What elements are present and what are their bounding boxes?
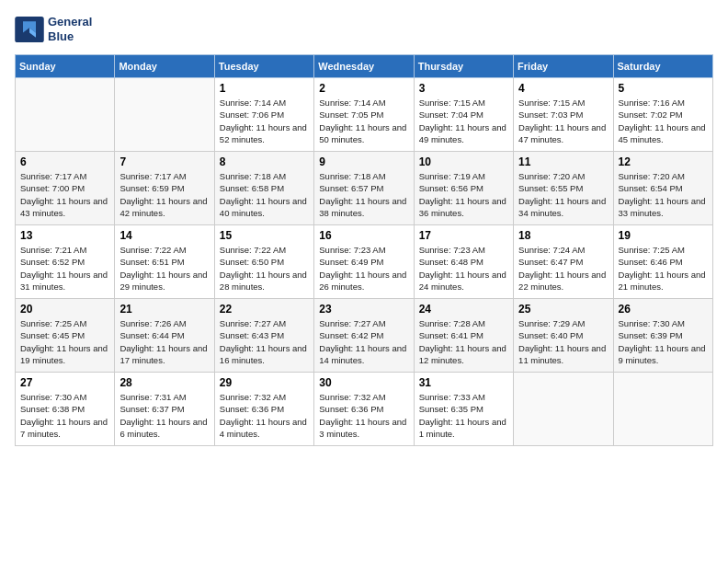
calendar-table: SundayMondayTuesdayWednesdayThursdayFrid… [15, 54, 713, 446]
calendar-week-row: 6Sunrise: 7:17 AM Sunset: 7:00 PM Daylig… [16, 152, 713, 225]
calendar-cell: 9Sunrise: 7:18 AM Sunset: 6:57 PM Daylig… [314, 152, 414, 225]
day-info: Sunrise: 7:25 AM Sunset: 6:45 PM Dayligh… [20, 317, 109, 366]
calendar-cell [613, 373, 712, 446]
day-number: 23 [319, 303, 408, 316]
day-number: 2 [319, 82, 408, 95]
calendar-cell [16, 78, 115, 152]
calendar-cell: 31Sunrise: 7:33 AM Sunset: 6:35 PM Dayli… [414, 373, 513, 446]
day-info: Sunrise: 7:30 AM Sunset: 6:39 PM Dayligh… [619, 317, 708, 366]
calendar-cell: 27Sunrise: 7:30 AM Sunset: 6:38 PM Dayli… [16, 373, 115, 446]
day-number: 3 [419, 82, 508, 95]
day-info: Sunrise: 7:17 AM Sunset: 7:00 PM Dayligh… [20, 170, 109, 219]
day-info: Sunrise: 7:31 AM Sunset: 6:37 PM Dayligh… [119, 391, 209, 440]
day-info: Sunrise: 7:17 AM Sunset: 6:59 PM Dayligh… [119, 170, 209, 219]
day-number: 27 [20, 376, 109, 389]
calendar-cell: 23Sunrise: 7:27 AM Sunset: 6:42 PM Dayli… [314, 299, 414, 373]
calendar-cell: 14Sunrise: 7:22 AM Sunset: 6:51 PM Dayli… [115, 225, 214, 299]
day-info: Sunrise: 7:25 AM Sunset: 6:46 PM Dayligh… [619, 244, 708, 293]
calendar-day-header: Monday [115, 55, 214, 78]
calendar-day-header: Wednesday [314, 55, 414, 78]
day-info: Sunrise: 7:16 AM Sunset: 7:02 PM Dayligh… [619, 97, 708, 145]
calendar-cell: 7Sunrise: 7:17 AM Sunset: 6:59 PM Daylig… [115, 152, 214, 225]
day-info: Sunrise: 7:23 AM Sunset: 6:49 PM Dayligh… [319, 244, 408, 293]
day-number: 9 [319, 155, 408, 168]
calendar-header-row: SundayMondayTuesdayWednesdayThursdayFrid… [16, 55, 713, 78]
calendar-cell: 16Sunrise: 7:23 AM Sunset: 6:49 PM Dayli… [314, 225, 414, 299]
calendar-cell: 4Sunrise: 7:15 AM Sunset: 7:03 PM Daylig… [514, 78, 613, 152]
day-number: 21 [119, 303, 209, 316]
day-info: Sunrise: 7:23 AM Sunset: 6:48 PM Dayligh… [419, 244, 508, 293]
day-info: Sunrise: 7:26 AM Sunset: 6:44 PM Dayligh… [119, 317, 209, 366]
calendar-cell [514, 373, 613, 446]
calendar-cell: 22Sunrise: 7:27 AM Sunset: 6:43 PM Dayli… [214, 299, 313, 373]
calendar-day-header: Friday [514, 55, 613, 78]
day-info: Sunrise: 7:18 AM Sunset: 6:58 PM Dayligh… [220, 170, 309, 219]
day-number: 30 [319, 376, 408, 389]
day-number: 16 [319, 229, 408, 242]
day-number: 5 [619, 82, 708, 95]
day-number: 13 [20, 229, 109, 242]
calendar-cell: 3Sunrise: 7:15 AM Sunset: 7:04 PM Daylig… [414, 78, 513, 152]
calendar-week-row: 1Sunrise: 7:14 AM Sunset: 7:06 PM Daylig… [16, 78, 713, 152]
logo-text: General Blue [48, 15, 92, 43]
calendar-cell: 19Sunrise: 7:25 AM Sunset: 6:46 PM Dayli… [613, 225, 712, 299]
day-number: 29 [220, 376, 309, 389]
day-info: Sunrise: 7:32 AM Sunset: 6:36 PM Dayligh… [220, 391, 309, 440]
day-info: Sunrise: 7:27 AM Sunset: 6:43 PM Dayligh… [220, 317, 309, 366]
calendar-day-header: Sunday [16, 55, 115, 78]
calendar-cell: 1Sunrise: 7:14 AM Sunset: 7:06 PM Daylig… [214, 78, 313, 152]
calendar-cell: 18Sunrise: 7:24 AM Sunset: 6:47 PM Dayli… [514, 225, 613, 299]
day-number: 1 [220, 82, 309, 95]
page-header: General Blue [15, 15, 713, 43]
calendar-day-header: Thursday [414, 55, 513, 78]
day-number: 14 [119, 229, 209, 242]
day-info: Sunrise: 7:29 AM Sunset: 6:40 PM Dayligh… [518, 317, 608, 366]
calendar-cell: 17Sunrise: 7:23 AM Sunset: 6:48 PM Dayli… [414, 225, 513, 299]
calendar-cell: 10Sunrise: 7:19 AM Sunset: 6:56 PM Dayli… [414, 152, 513, 225]
calendar-cell: 24Sunrise: 7:28 AM Sunset: 6:41 PM Dayli… [414, 299, 513, 373]
day-info: Sunrise: 7:33 AM Sunset: 6:35 PM Dayligh… [419, 391, 508, 440]
day-number: 31 [419, 376, 508, 389]
calendar-week-row: 20Sunrise: 7:25 AM Sunset: 6:45 PM Dayli… [16, 299, 713, 373]
day-info: Sunrise: 7:27 AM Sunset: 6:42 PM Dayligh… [319, 317, 408, 366]
calendar-cell: 29Sunrise: 7:32 AM Sunset: 6:36 PM Dayli… [214, 373, 313, 446]
day-number: 4 [518, 82, 608, 95]
day-number: 11 [518, 155, 608, 168]
day-info: Sunrise: 7:20 AM Sunset: 6:55 PM Dayligh… [518, 170, 608, 219]
calendar-week-row: 13Sunrise: 7:21 AM Sunset: 6:52 PM Dayli… [16, 225, 713, 299]
calendar-cell [115, 78, 214, 152]
day-number: 26 [619, 303, 708, 316]
day-number: 22 [220, 303, 309, 316]
calendar-week-row: 27Sunrise: 7:30 AM Sunset: 6:38 PM Dayli… [16, 373, 713, 446]
calendar-cell: 6Sunrise: 7:17 AM Sunset: 7:00 PM Daylig… [16, 152, 115, 225]
day-info: Sunrise: 7:32 AM Sunset: 6:36 PM Dayligh… [319, 391, 408, 440]
day-info: Sunrise: 7:28 AM Sunset: 6:41 PM Dayligh… [419, 317, 508, 366]
day-number: 19 [619, 229, 708, 242]
calendar-cell: 21Sunrise: 7:26 AM Sunset: 6:44 PM Dayli… [115, 299, 214, 373]
day-number: 8 [220, 155, 309, 168]
day-info: Sunrise: 7:14 AM Sunset: 7:06 PM Dayligh… [220, 97, 309, 145]
logo: General Blue [15, 15, 92, 43]
calendar-body: 1Sunrise: 7:14 AM Sunset: 7:06 PM Daylig… [16, 78, 713, 446]
day-number: 18 [518, 229, 608, 242]
day-info: Sunrise: 7:15 AM Sunset: 7:03 PM Dayligh… [518, 97, 608, 145]
calendar-day-header: Tuesday [214, 55, 313, 78]
day-number: 6 [20, 155, 109, 168]
calendar-cell: 11Sunrise: 7:20 AM Sunset: 6:55 PM Dayli… [514, 152, 613, 225]
day-info: Sunrise: 7:15 AM Sunset: 7:04 PM Dayligh… [419, 97, 508, 145]
day-info: Sunrise: 7:20 AM Sunset: 6:54 PM Dayligh… [619, 170, 708, 219]
calendar-cell: 30Sunrise: 7:32 AM Sunset: 6:36 PM Dayli… [314, 373, 414, 446]
calendar-cell: 25Sunrise: 7:29 AM Sunset: 6:40 PM Dayli… [514, 299, 613, 373]
day-number: 25 [518, 303, 608, 316]
calendar-cell: 5Sunrise: 7:16 AM Sunset: 7:02 PM Daylig… [613, 78, 712, 152]
calendar-cell: 26Sunrise: 7:30 AM Sunset: 6:39 PM Dayli… [613, 299, 712, 373]
calendar-day-header: Saturday [613, 55, 712, 78]
calendar-cell: 8Sunrise: 7:18 AM Sunset: 6:58 PM Daylig… [214, 152, 313, 225]
day-info: Sunrise: 7:22 AM Sunset: 6:50 PM Dayligh… [220, 244, 309, 293]
day-number: 12 [619, 155, 708, 168]
day-number: 24 [419, 303, 508, 316]
calendar-cell: 15Sunrise: 7:22 AM Sunset: 6:50 PM Dayli… [214, 225, 313, 299]
day-number: 17 [419, 229, 508, 242]
day-number: 15 [220, 229, 309, 242]
day-info: Sunrise: 7:24 AM Sunset: 6:47 PM Dayligh… [518, 244, 608, 293]
